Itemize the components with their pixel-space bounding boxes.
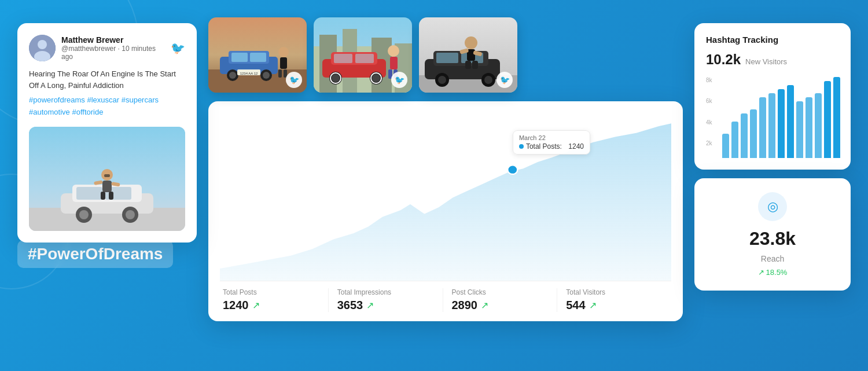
- reach-change-badge: ↗ 18.5%: [758, 268, 788, 277]
- bar-item: [796, 101, 803, 158]
- tweet-username: Matthew Brewer: [61, 35, 165, 45]
- chart-tooltip: March 22 Total Posts: 1240: [513, 130, 590, 155]
- hashtag-tracking-card: Hashtag Tracking 10.2k New Visitors 8k 6…: [694, 23, 851, 170]
- svg-point-1: [38, 40, 47, 49]
- stat-clicks-value-row: 2890 ↗: [452, 299, 549, 312]
- bars-container: [722, 77, 840, 158]
- svg-point-63: [438, 76, 446, 84]
- svg-point-72: [507, 165, 517, 174]
- bar-item: [833, 77, 840, 158]
- bar-item: [787, 85, 794, 158]
- tweet-text: Hearing The Roar Of An Engine Is The Sta…: [29, 68, 185, 91]
- stat-visitors-value: 544: [566, 299, 585, 312]
- svg-point-27: [229, 72, 236, 79]
- line-chart-svg: [220, 113, 671, 281]
- hashtag-big-num: 10.2k: [706, 52, 741, 68]
- hashtag-sub-label: New Visitors: [745, 57, 787, 66]
- reach-number: 23.8k: [749, 228, 796, 249]
- svg-rect-45: [355, 54, 374, 63]
- stat-visitors-label: Total Visitors: [566, 288, 663, 296]
- photo-twitter-icon-2: 🐦: [391, 72, 407, 88]
- bar-item: [824, 81, 831, 158]
- reach-label: Reach: [761, 254, 784, 263]
- stat-visitors-value-row: 544 ↗: [566, 299, 663, 312]
- photo-twitter-icon-1: 🐦: [286, 72, 302, 88]
- svg-point-10: [79, 210, 89, 219]
- bar-item: [731, 122, 738, 158]
- tweet-header: Matthew Brewer @matthewbrewer · 10 minut…: [29, 35, 185, 61]
- svg-point-65: [484, 76, 492, 84]
- stat-post-clicks: Post Clicks 2890 ↗: [443, 288, 558, 312]
- svg-point-32: [278, 47, 289, 57]
- hashtag-stats-row: 10.2k New Visitors: [706, 52, 839, 68]
- bar-item: [750, 109, 757, 158]
- svg-rect-44: [334, 54, 352, 63]
- photo-thumb-1[interactable]: 1234 AA 12 🐦: [208, 17, 307, 93]
- bar-item: [722, 134, 729, 158]
- wifi-icon: ◎: [767, 199, 778, 214]
- avatar: [29, 35, 56, 61]
- bar-chart-area: 8k 6k 4k 2k: [706, 77, 839, 158]
- tweet-hashtags: #powerofdreams #lexuscar #supercars #aut…: [29, 94, 185, 119]
- svg-rect-16: [109, 192, 113, 200]
- svg-rect-53: [390, 57, 398, 69]
- tweet-image: [29, 127, 185, 231]
- svg-rect-7: [76, 187, 102, 200]
- svg-point-52: [388, 45, 399, 57]
- svg-text:1234 AA 12: 1234 AA 12: [240, 72, 258, 75]
- reach-icon: ◎: [758, 192, 787, 221]
- bar-item: [768, 93, 775, 158]
- hashtag-tracking-title: Hashtag Tracking: [706, 35, 839, 45]
- svg-point-47: [332, 74, 340, 82]
- stats-row: Total Posts 1240 ↗ Total Impressions 365…: [220, 281, 671, 321]
- stat-total-impressions: Total Impressions 3653 ↗: [329, 288, 443, 312]
- svg-rect-25: [250, 53, 266, 62]
- svg-rect-68: [465, 61, 471, 69]
- svg-point-49: [372, 74, 380, 82]
- svg-rect-60: [436, 53, 458, 63]
- twitter-icon: 🐦: [171, 41, 185, 55]
- main-layout: Matthew Brewer @matthewbrewer · 10 minut…: [0, 0, 868, 371]
- stat-impressions-value: 3653: [337, 299, 363, 312]
- reach-card: ◎ 23.8k Reach ↗ 18.5%: [694, 178, 851, 291]
- stat-total-posts-value-row: 1240 ↗: [223, 299, 319, 312]
- photo-twitter-icon-3: 🐦: [496, 72, 513, 88]
- stat-total-visitors: Total Visitors 544 ↗: [557, 288, 671, 312]
- photo-thumb-2[interactable]: 🐦: [314, 17, 412, 93]
- bar-item: [806, 97, 812, 158]
- stat-total-posts-arrow: ↗: [252, 300, 260, 311]
- tooltip-dot: [519, 144, 524, 149]
- stat-total-posts-label: Total Posts: [223, 288, 319, 296]
- bar-item: [759, 97, 766, 158]
- svg-point-29: [263, 72, 270, 79]
- stat-impressions-value-row: 3653 ↗: [337, 299, 434, 312]
- tweet-handle: @matthewbrewer · 10 minutes ago: [61, 45, 165, 61]
- middle-section: 1234 AA 12 🐦: [208, 17, 683, 321]
- photo-thumb-3[interactable]: 🐦: [419, 17, 517, 93]
- svg-point-66: [465, 36, 477, 49]
- reach-arrow-icon: ↗: [758, 268, 764, 277]
- chart-card: March 22 Total Posts: 1240: [208, 101, 683, 321]
- svg-rect-33: [280, 57, 287, 69]
- svg-rect-14: [102, 181, 112, 192]
- stat-visitors-arrow: ↗: [589, 300, 597, 311]
- stat-clicks-value: 2890: [452, 299, 478, 312]
- stat-clicks-label: Post Clicks: [452, 288, 549, 296]
- right-panel: Hashtag Tracking 10.2k New Visitors 8k 6…: [694, 23, 851, 291]
- svg-point-12: [126, 210, 135, 219]
- stat-total-posts-value: 1240: [223, 299, 249, 312]
- bar-item: [815, 93, 822, 158]
- tooltip-value: Total Posts: 1240: [519, 142, 584, 150]
- svg-rect-24: [231, 53, 248, 62]
- y-axis: 8k 6k 4k 2k: [706, 77, 712, 146]
- svg-rect-15: [101, 192, 105, 200]
- tweet-card: Matthew Brewer @matthewbrewer · 10 minut…: [17, 23, 197, 243]
- tweet-user-info: Matthew Brewer @matthewbrewer · 10 minut…: [61, 35, 165, 61]
- bar-item: [741, 113, 748, 158]
- bar-item: [778, 89, 785, 158]
- reach-change-value: 18.5%: [766, 268, 788, 277]
- svg-rect-19: [104, 174, 110, 177]
- stat-impressions-label: Total Impressions: [337, 288, 434, 296]
- svg-rect-34: [278, 69, 282, 78]
- photo-grid: 1234 AA 12 🐦: [208, 17, 683, 93]
